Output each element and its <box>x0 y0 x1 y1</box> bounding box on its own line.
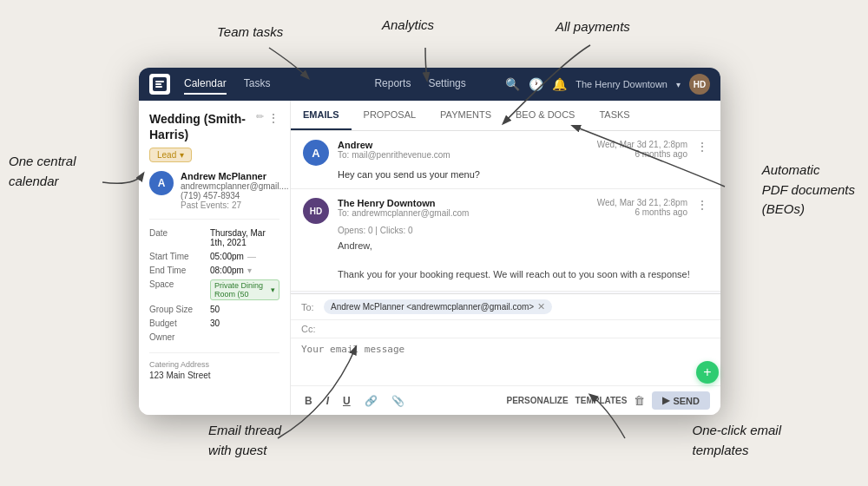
search-icon[interactable]: 🔍 <box>505 77 520 91</box>
send-icon: ▶ <box>662 395 669 406</box>
contact-avatar: A <box>149 171 174 195</box>
email-opens: Opens: 0 | Clicks: 0 <box>338 226 413 235</box>
detail-budget: Budget 30 <box>149 319 279 328</box>
clock-icon[interactable]: 🕐 <box>529 77 543 91</box>
compose-area: To: Andrew McPlanner <andrewmcplanner@gm… <box>291 293 720 415</box>
email-header-venue: HD The Henry Downtown To: andrewmcplanne… <box>303 198 708 224</box>
chip-remove-icon[interactable]: ✕ <box>537 301 545 312</box>
compose-to-label: To: <box>301 302 319 312</box>
nav-reports[interactable]: Reports <box>374 74 411 95</box>
svg-rect-2 <box>155 83 161 85</box>
compose-cc-label: Cc: <box>301 324 319 334</box>
main-content: Wedding (Smith-Harris) ✏ ⋮ Lead ▾ A Andr… <box>139 101 720 415</box>
edit-icon[interactable]: ✏ <box>256 111 264 125</box>
top-nav: Calendar Tasks Reports Settings 🔍 🕐 🔔 Th… <box>139 68 720 101</box>
annotation-one-calendar: One central calendar <box>9 152 76 191</box>
nav-right: 🔍 🕐 🔔 The Henry Downtown ▾ HD <box>505 74 710 95</box>
email-list: A Andrew To: mail@penrithevenue.com Wed,… <box>291 131 720 293</box>
annotation-team-tasks: Team tasks <box>217 24 283 39</box>
event-actions: Lead ▾ <box>149 148 279 162</box>
nav-tasks[interactable]: Tasks <box>244 74 271 95</box>
templates-button[interactable]: TEMPLATES <box>575 396 628 405</box>
nav-settings[interactable]: Settings <box>428 74 465 95</box>
compose-cc-row: Cc: <box>291 320 720 338</box>
event-title: Wedding (Smith-Harris) <box>149 111 253 142</box>
contact-phone: (719) 457-8934 <box>181 191 289 200</box>
svg-rect-3 <box>155 86 162 88</box>
space-badge[interactable]: Private Dining Room (50 ▾ <box>210 279 279 300</box>
email-avatar-venue: HD <box>303 198 329 224</box>
right-panel: EMAILS PROPOSAL PAYMENTS BEO & DOCS TASK… <box>291 101 720 415</box>
contact-email: andrewmcplanner@gmail.... <box>181 181 289 191</box>
tab-beo-docs[interactable]: BEO & DOCS <box>503 101 587 130</box>
start-time-edit[interactable]: — <box>247 252 256 261</box>
attachment-button[interactable]: 📎 <box>388 393 408 409</box>
compose-message-input[interactable] <box>291 338 720 382</box>
annotation-all-payments: All payments <box>556 19 630 34</box>
email-menu-icon[interactable]: ⋮ <box>696 140 708 154</box>
detail-end-time: End Time 08:00pm ▾ <box>149 266 279 275</box>
email-to: To: mail@penrithevenue.com <box>338 150 589 160</box>
annotation-auto-pdf: Automatic PDF documents (BEOs) <box>762 161 855 220</box>
tab-proposal[interactable]: PROPOSAL <box>352 101 429 130</box>
email-timestamp: Wed, Mar 3d 21, 2:8pm 6 months ago <box>597 140 687 159</box>
email-to-venue: To: andrewmcplanner@gmail.com <box>338 208 589 218</box>
catering-section: Catering Address 123 Main Street <box>149 352 279 380</box>
chevron-down-icon[interactable]: ▾ <box>676 80 681 89</box>
email-meta-venue: The Henry Downtown To: andrewmcplanner@g… <box>338 198 589 218</box>
catering-address-label: Catering Address <box>149 360 279 369</box>
email-header: A Andrew To: mail@penrithevenue.com Wed,… <box>303 140 708 166</box>
nav-logo[interactable] <box>149 74 170 95</box>
email-timestamp-venue: Wed, Mar 3d 21, 2:8pm 6 months ago <box>597 198 687 217</box>
compose-to-chip[interactable]: Andrew McPlanner <andrewmcplanner@gmail.… <box>324 299 552 314</box>
contact-past-events: Past Events: 27 <box>181 200 289 210</box>
detail-owner: Owner <box>149 332 279 342</box>
link-button[interactable]: 🔗 <box>361 393 381 409</box>
contact-name: Andrew McPlanner <box>181 171 289 181</box>
nav-calendar[interactable]: Calendar <box>184 74 227 95</box>
kebab-menu[interactable]: ⋮ <box>267 111 279 125</box>
venue-name[interactable]: The Henry Downtown <box>575 79 667 89</box>
email-avatar-guest: A <box>303 140 329 166</box>
nav-avatar[interactable]: HD <box>689 74 710 95</box>
detail-group-size: Group Size 50 <box>149 305 279 314</box>
annotation-email-thread: Email thread with guest <box>208 421 281 460</box>
tabs: EMAILS PROPOSAL PAYMENTS BEO & DOCS TASK… <box>291 101 720 131</box>
tab-emails[interactable]: EMAILS <box>291 101 352 130</box>
send-button[interactable]: ▶ SEND <box>652 391 710 410</box>
contact-row: A Andrew McPlanner andrewmcplanner@gmail… <box>149 171 279 220</box>
event-details: Date Thursday, Mar 1th, 2021 Start Time … <box>149 228 279 342</box>
detail-start-time: Start Time 05:00pm — <box>149 252 279 261</box>
catering-address: 123 Main Street <box>149 371 279 380</box>
left-sidebar: Wedding (Smith-Harris) ✏ ⋮ Lead ▾ A Andr… <box>139 101 291 415</box>
compose-to-row: To: Andrew McPlanner <andrewmcplanner@gm… <box>291 294 720 320</box>
add-button[interactable]: + <box>696 361 719 384</box>
bold-button[interactable]: B <box>301 393 316 409</box>
italic-button[interactable]: I <box>323 393 332 409</box>
svg-rect-1 <box>155 81 164 82</box>
email-from: Andrew <box>338 140 589 150</box>
annotation-analytics: Analytics <box>382 17 434 32</box>
tab-tasks[interactable]: TASKS <box>587 101 641 130</box>
nav-links: Calendar Tasks Reports Settings <box>184 74 505 95</box>
tab-payments[interactable]: PAYMENTS <box>428 101 503 130</box>
personalize-button[interactable]: PERSONALIZE <box>506 396 568 405</box>
underline-button[interactable]: U <box>339 393 354 409</box>
email-item[interactable]: A Andrew To: mail@penrithevenue.com Wed,… <box>291 131 720 189</box>
app-container: Calendar Tasks Reports Settings 🔍 🕐 🔔 Th… <box>139 68 720 415</box>
delete-draft-button[interactable]: 🗑 <box>634 394 645 407</box>
email-venue-menu-icon[interactable]: ⋮ <box>696 198 708 212</box>
detail-date: Date Thursday, Mar 1th, 2021 <box>149 228 279 247</box>
email-item-venue[interactable]: HD The Henry Downtown To: andrewmcplanne… <box>291 189 720 292</box>
email-from-venue: The Henry Downtown <box>338 198 589 208</box>
email-stats: Opens: 0 | Clicks: 0 <box>338 226 708 235</box>
contact-info: Andrew McPlanner andrewmcplanner@gmail..… <box>181 171 289 210</box>
bell-icon[interactable]: 🔔 <box>552 77 567 91</box>
detail-space: Space Private Dining Room (50 ▾ <box>149 279 279 300</box>
email-meta: Andrew To: mail@penrithevenue.com <box>338 140 589 160</box>
end-time-dropdown[interactable]: ▾ <box>247 266 252 275</box>
compose-toolbar: B I U 🔗 📎 PERSONALIZE TEMPLATES 🗑 ▶ SEND <box>291 385 720 415</box>
lead-badge[interactable]: Lead ▾ <box>149 148 192 162</box>
email-body-text: Hey can you send us your menu? <box>338 169 708 180</box>
annotation-one-click-email: One-click email templates <box>692 421 781 460</box>
